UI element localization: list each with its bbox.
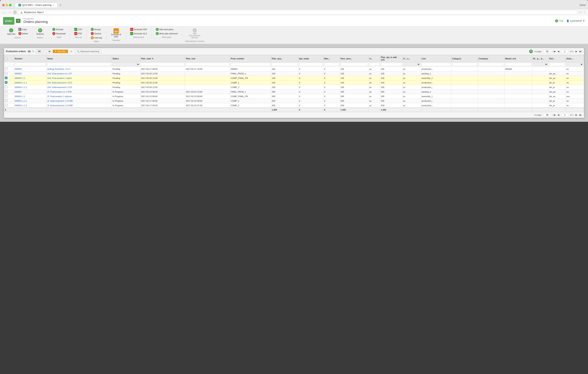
forward-button[interactable]: → — [8, 11, 12, 14]
panel-help-button[interactable]: ? — [529, 49, 533, 53]
row-number-cell[interactable]: 000002 — [14, 71, 46, 76]
row-checkbox[interactable] — [5, 104, 7, 106]
add-subcontractor-button[interactable]: + Add subcontractor services — [187, 27, 202, 39]
filter-wpd[interactable] — [532, 62, 548, 67]
col-header-status[interactable]: Status — [112, 55, 140, 62]
filter-subc[interactable] — [566, 62, 584, 67]
bottom-prev-page-button[interactable]: ◀ — [557, 113, 560, 117]
row-checkbox-cell[interactable] — [4, 103, 14, 108]
row-checkbox[interactable] — [5, 77, 7, 79]
help-button[interactable]: ? Help — [555, 19, 564, 22]
bottom-last-page-button[interactable]: ▶| — [579, 113, 582, 117]
select-all-checkbox[interactable] — [5, 57, 7, 60]
filter-rem[interactable] — [340, 62, 368, 67]
row-checkbox[interactable] — [5, 95, 7, 97]
filter-wpd-select[interactable] — [533, 63, 548, 66]
first-page-button[interactable]: |◀ — [552, 50, 556, 53]
row-number-link[interactable]: 000003 — [15, 68, 22, 70]
row-number-link[interactable]: 000001-1.1 — [15, 95, 25, 98]
row-checkbox-cell[interactable] — [4, 80, 14, 85]
filter-u[interactable] — [369, 62, 380, 67]
filter-au-select[interactable] — [403, 63, 420, 66]
hide-filter-button[interactable]: 👁 Hide filter — [53, 50, 68, 53]
col-header-masterord[interactable]: Master ord. — [504, 55, 532, 62]
filter-number[interactable] — [14, 62, 46, 67]
row-number-cell[interactable]: 000001-1.1.2 — [14, 103, 46, 108]
row-name-link[interactable]: Ord. Final product 1 subco — [47, 77, 72, 79]
filter-subc-select[interactable] — [566, 63, 583, 66]
filter-planstart[interactable] — [140, 62, 185, 67]
row-number-link[interactable]: 000002-1.1.2 — [15, 86, 27, 88]
copy-button[interactable]: ⎘ Copy — [17, 27, 29, 31]
bottom-inpage-input[interactable] — [543, 113, 551, 117]
bottom-first-page-button[interactable]: |◀ — [552, 113, 556, 117]
filter-number-input[interactable] — [15, 63, 46, 66]
row-number-cell[interactable]: 000001 — [14, 89, 46, 94]
row-number-cell[interactable]: 000001-1.1.1 — [14, 99, 46, 103]
row-checkbox-cell[interactable] — [4, 71, 14, 76]
more-options-icon[interactable]: ⋮ — [583, 11, 586, 14]
tab-close-icon[interactable]: ✕ — [53, 4, 54, 6]
interrupt-button[interactable]: ‖ Interrupt — [90, 36, 103, 40]
add-work-plans-button[interactable]: + Add work plans — [155, 27, 179, 31]
row-name-link[interactable]: Zl. Final product no 1 (FIN — [47, 91, 72, 93]
generate-pdf-button[interactable]: PDF Generate PDF — [129, 27, 148, 31]
col-header-rem[interactable]: Rem. amo... — [340, 55, 368, 62]
row-name-link[interactable]: Zl. Subcomponent 1 (COMI — [47, 100, 73, 102]
filter-prodnumber-input[interactable] — [231, 63, 270, 66]
row-checkbox-cell[interactable] — [4, 76, 14, 80]
col-header-qtymade[interactable]: Qty. made — [298, 55, 323, 62]
row-number-link[interactable]: 000001-1.1.1 — [15, 100, 27, 102]
last-page-button[interactable]: ▶| — [579, 50, 582, 53]
row-checkbox[interactable] — [5, 86, 7, 88]
row-checkbox[interactable] — [5, 67, 7, 70]
filter-category-input[interactable] — [452, 63, 477, 66]
filter-qtymade[interactable] — [298, 62, 323, 67]
filter-category[interactable] — [451, 62, 478, 67]
row-number-link[interactable]: 000002-1.1.1 — [15, 82, 27, 84]
filter-rem-input[interactable] — [340, 63, 368, 66]
logo-dropdown[interactable]: ▼ — [16, 19, 21, 23]
activate-button[interactable]: ✓ Activate — [51, 27, 67, 31]
filter-planqua[interactable] — [271, 62, 298, 67]
filter-line-input[interactable] — [421, 63, 451, 66]
current-page-input[interactable] — [561, 50, 569, 53]
row-checkbox[interactable] — [5, 99, 7, 102]
col-header-was[interactable]: Was... — [323, 55, 340, 62]
row-checkbox[interactable] — [5, 72, 7, 75]
filter-masterord-input[interactable] — [505, 63, 532, 66]
next-page-button[interactable]: ▶ — [575, 50, 578, 53]
row-checkbox[interactable] — [5, 81, 7, 84]
filter-planstart-input[interactable] — [141, 63, 185, 66]
filter-prodnumber[interactable] — [230, 62, 271, 67]
filter-div-input[interactable] — [549, 63, 565, 66]
filter-u-input[interactable] — [369, 63, 379, 66]
accept-button[interactable]: ✓ Accept — [90, 27, 103, 31]
row-checkbox-cell[interactable] — [4, 85, 14, 89]
row-number-link[interactable]: 000001-1.1.2 — [15, 104, 27, 107]
refresh-button[interactable]: ↻ Refresh — [35, 27, 45, 36]
active-tab[interactable]: QCD MES – Orders planning ✕ — [15, 3, 57, 7]
row-number-cell[interactable]: 000002-1.1.1 — [14, 80, 46, 85]
filter-select[interactable]: All — [36, 49, 51, 54]
filter-was[interactable] — [323, 62, 340, 67]
row-name-link[interactable]: Auftrag Tenderloin, Cut 1, — [47, 68, 71, 70]
filter-status[interactable] — [112, 62, 140, 67]
filter-planend[interactable] — [185, 62, 230, 67]
inpage-input[interactable] — [543, 50, 551, 53]
filter-name-input[interactable] — [47, 63, 111, 66]
col-header-number[interactable]: Number — [14, 55, 46, 62]
row-name-link[interactable]: Ord. Subcomponent 2 (CO — [47, 86, 72, 88]
filter-name[interactable] — [46, 62, 112, 67]
clear-filter-button[interactable]: ✕ — [70, 49, 73, 53]
filter-planqua-input[interactable] — [272, 63, 298, 66]
row-number-link[interactable]: 000002-1.1 — [15, 77, 25, 79]
advanced-search-button[interactable]: 🔍 Advanced searching — [75, 49, 101, 54]
filter-status-select[interactable] — [112, 63, 140, 66]
row-name-link[interactable]: Ord. Subcomponent 1 (CO — [47, 82, 72, 84]
col-header-u[interactable]: U... — [369, 55, 380, 62]
fullscreen-button[interactable] — [9, 4, 11, 6]
filter-qtymade-input[interactable] — [299, 63, 323, 66]
delete-button[interactable]: ✕ Delete — [17, 32, 29, 35]
row-name-link[interactable]: Zl. Final product 1 subcom — [47, 95, 72, 98]
